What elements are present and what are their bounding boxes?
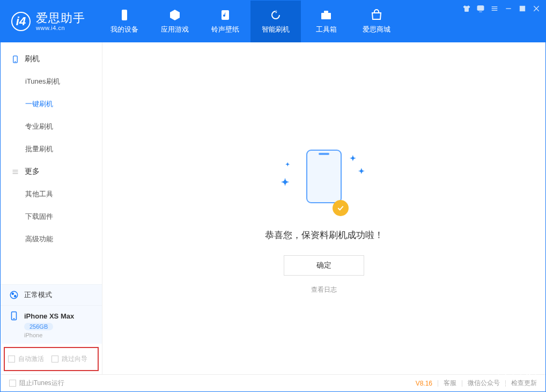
nav-store[interactable]: 爱思商城 — [351, 1, 402, 42]
device-name: iPhone XS Max — [24, 312, 74, 320]
sidebar-item-pro-flash[interactable]: 专业刷机 — [1, 115, 102, 138]
toolbox-icon — [320, 9, 333, 21]
svg-rect-3 — [324, 11, 328, 13]
nav-label: 工具箱 — [316, 25, 337, 34]
logo-icon: i4 — [11, 12, 31, 31]
sidebar-item-itunes-flash[interactable]: iTunes刷机 — [1, 70, 102, 93]
option-label: 自动激活 — [18, 354, 44, 364]
success-message: 恭喜您，保资料刷机成功啦！ — [265, 229, 383, 241]
ok-button[interactable]: 确定 — [284, 255, 364, 276]
svg-rect-4 — [477, 6, 484, 11]
close-icon[interactable] — [532, 4, 541, 13]
cube-icon — [168, 9, 181, 21]
nav-my-device[interactable]: 我的设备 — [99, 1, 150, 42]
download-button[interactable] — [498, 368, 514, 384]
view-log-link[interactable]: 查看日志 — [311, 285, 337, 294]
nav-ringtones[interactable]: 铃声壁纸 — [200, 1, 250, 42]
refresh-icon — [269, 9, 282, 21]
sidebar-item-download-firmware[interactable]: 下载固件 — [1, 205, 102, 228]
device-icon — [9, 311, 19, 321]
svg-rect-2 — [321, 13, 331, 19]
nav-label: 应用游戏 — [161, 25, 189, 34]
device-mode-card[interactable]: 正常模式 — [1, 284, 102, 305]
sidebar: 刷机 iTunes刷机 一键刷机 专业刷机 批量刷机 更多 其他工具 下载固件 … — [1, 42, 102, 374]
main-content: ✦ ✦ ✦ ✦ 恭喜您，保资料刷机成功啦！ 确定 查看日志 — [102, 42, 545, 374]
store-icon — [370, 9, 383, 21]
minimize-icon[interactable] — [504, 4, 513, 13]
option-skip-guide[interactable]: 跳过向导 — [51, 354, 87, 364]
app-header: i4 爱思助手 www.i4.cn 我的设备 应用游戏 铃声壁纸 智能刷机 工具… — [1, 1, 545, 42]
header-right-buttons — [498, 368, 536, 384]
feedback-icon[interactable] — [476, 4, 485, 13]
music-icon — [219, 9, 232, 21]
nav-label: 铃声壁纸 — [211, 25, 239, 34]
top-nav: 我的设备 应用游戏 铃声壁纸 智能刷机 工具箱 爱思商城 — [99, 1, 402, 42]
svg-point-19 — [12, 293, 13, 294]
sidebar-item-other-tools[interactable]: 其他工具 — [1, 183, 102, 205]
download-icon — [501, 372, 510, 381]
sidebar-group-flash: 刷机 — [1, 48, 102, 70]
device-icon — [118, 9, 131, 21]
group-label: 刷机 — [25, 54, 40, 64]
mode-label: 正常模式 — [24, 290, 52, 300]
checkbox-icon — [9, 380, 16, 387]
option-auto-activate[interactable]: 自动激活 — [8, 354, 44, 364]
sidebar-item-batch-flash[interactable]: 批量刷机 — [1, 138, 102, 160]
check-badge-icon — [333, 200, 349, 216]
svg-rect-9 — [520, 6, 525, 11]
svg-point-18 — [10, 291, 18, 299]
maximize-icon[interactable] — [518, 4, 527, 13]
nav-toolbox[interactable]: 工具箱 — [301, 1, 351, 42]
footer: 阻止iTunes运行 V8.16 客服 微信公众号 检查更新 — [1, 374, 545, 391]
nav-label: 爱思商城 — [363, 25, 390, 34]
phone-icon — [11, 55, 19, 63]
account-button[interactable] — [520, 368, 536, 384]
title-bar-controls — [462, 4, 541, 13]
brand-name: 爱思助手 — [36, 12, 85, 25]
user-icon — [524, 372, 533, 381]
device-type: iPhone — [24, 332, 93, 338]
menu-icon — [11, 168, 19, 176]
logo[interactable]: i4 爱思助手 www.i4.cn — [1, 12, 99, 31]
checkbox-icon — [8, 356, 15, 363]
shirt-icon[interactable] — [462, 4, 471, 13]
svg-point-20 — [14, 295, 16, 297]
brand-url: www.i4.cn — [36, 25, 85, 31]
nav-apps-games[interactable]: 应用游戏 — [150, 1, 200, 42]
footer-link-support[interactable]: 客服 — [444, 379, 456, 388]
nav-label: 我的设备 — [110, 25, 138, 34]
svg-rect-0 — [122, 10, 127, 20]
checkbox-icon — [51, 356, 58, 363]
device-info-card[interactable]: iPhone XS Max 256GB iPhone — [1, 305, 102, 344]
sidebar-item-advanced[interactable]: 高级功能 — [1, 228, 102, 250]
version-label: V8.16 — [416, 380, 432, 387]
sidebar-group-more: 更多 — [1, 160, 102, 183]
nav-flash[interactable]: 智能刷机 — [250, 1, 301, 42]
mode-icon — [9, 290, 19, 300]
option-block-itunes[interactable]: 阻止iTunes运行 — [9, 379, 64, 388]
group-label: 更多 — [25, 167, 40, 176]
option-label: 阻止iTunes运行 — [19, 379, 64, 388]
nav-label: 智能刷机 — [262, 25, 290, 34]
menu-icon[interactable] — [490, 4, 499, 13]
footer-link-wechat[interactable]: 微信公众号 — [468, 379, 500, 388]
option-label: 跳过向导 — [62, 354, 87, 364]
success-illustration: ✦ ✦ ✦ ✦ — [281, 150, 367, 214]
device-capacity: 256GB — [24, 323, 53, 330]
svg-point-12 — [527, 374, 529, 376]
sidebar-item-oneclick-flash[interactable]: 一键刷机 — [1, 93, 102, 115]
flash-options-highlight: 自动激活 跳过向导 — [4, 347, 99, 371]
